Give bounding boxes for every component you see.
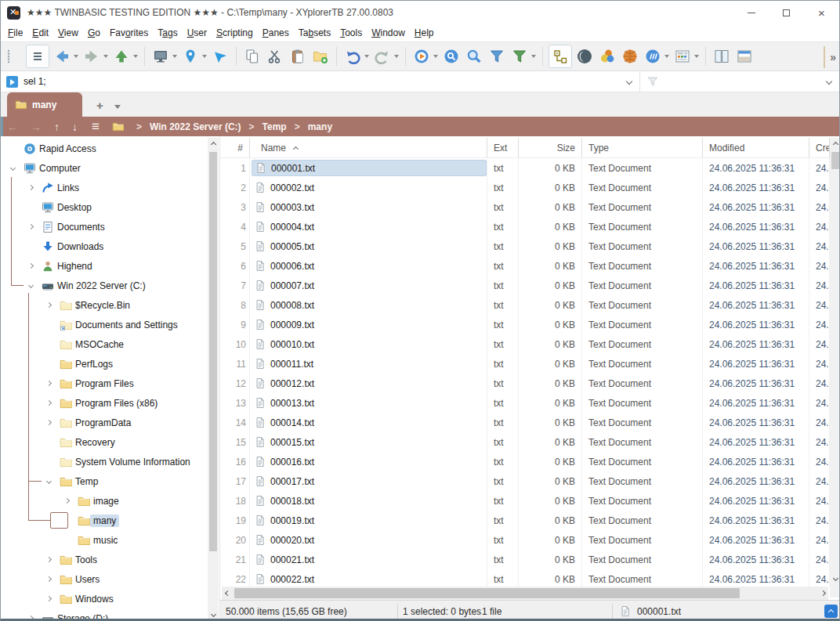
file-row-000010.txt[interactable]: 10000010.txttxt0 KBText Document24.06.20… (220, 334, 830, 354)
scroll-down-arrow[interactable] (208, 608, 219, 620)
tree-item-music[interactable]: music (1, 530, 208, 550)
file-row-000001.txt[interactable]: 1000001.txttxt0 KBText Document24.06.202… (220, 158, 830, 178)
script-input[interactable]: sel 1; (1, 71, 640, 92)
menu-panes[interactable]: Panes (259, 26, 293, 40)
menu-user[interactable]: User (183, 26, 211, 40)
column-header-size[interactable]: Size (519, 138, 582, 157)
script-dropdown-icon[interactable] (626, 78, 632, 85)
visual-filter-button[interactable] (509, 45, 537, 67)
file-row-000011.txt[interactable]: 11000011.txttxt0 KBText Document24.06.20… (220, 354, 830, 374)
expand-icon[interactable] (43, 300, 54, 311)
file-name[interactable]: 000009.txt (252, 316, 487, 333)
expand-icon[interactable] (61, 496, 72, 507)
tree-item-documents-and-settings[interactable]: Documents and Settings (1, 315, 208, 334)
file-row-000022.txt[interactable]: 22000022.txttxt0 KBText Document24.06.20… (220, 569, 830, 587)
undo-button[interactable] (342, 45, 370, 67)
tree-item-image[interactable]: image (1, 491, 208, 511)
filter-box[interactable] (640, 71, 839, 92)
folder-icon[interactable] (112, 121, 124, 132)
show-desktop-dropdown-icon[interactable] (172, 55, 177, 58)
tree-item-programdata[interactable]: ProgramData (1, 413, 208, 432)
crumb-back-button[interactable]: ← (1, 121, 24, 132)
crumb-down-button[interactable]: ↓ (66, 121, 84, 132)
menu-scripting[interactable]: Scripting (212, 26, 257, 40)
minimize-button[interactable] (733, 1, 769, 24)
tree-item-desktop[interactable]: Desktop (1, 197, 208, 217)
file-row-000019.txt[interactable]: 19000019.txttxt0 KBText Document24.06.20… (220, 511, 830, 530)
file-name[interactable]: 000003.txt (252, 199, 487, 215)
menu-tags[interactable]: Tags (154, 26, 181, 40)
file-row-000015.txt[interactable]: 15000015.txttxt0 KBText Document24.06.20… (220, 432, 830, 452)
file-name[interactable]: 000014.txt (252, 414, 487, 431)
file-row-000017.txt[interactable]: 17000017.txttxt0 KBText Document24.06.20… (220, 471, 830, 491)
vscroll-thumb[interactable] (831, 152, 839, 169)
find-files-button[interactable] (464, 45, 484, 67)
tree-item-storage-d-[interactable]: Storage (D:) (1, 608, 208, 621)
scroll-up-arrow[interactable] (208, 138, 219, 150)
forward-dropdown-icon[interactable] (103, 55, 108, 58)
file-list-hscrollbar[interactable] (222, 587, 828, 600)
file-name[interactable]: 000004.txt (252, 218, 487, 235)
file-row-000012.txt[interactable]: 12000012.txttxt0 KBText Document24.06.20… (220, 374, 830, 393)
tree-item-program-files-x86-[interactable]: Program Files (x86) (1, 393, 208, 413)
column-header-type[interactable]: Type (582, 138, 703, 157)
tree-item-perflogs[interactable]: PerfLogs (1, 354, 208, 374)
forward-button[interactable] (81, 45, 109, 67)
expand-icon[interactable] (43, 574, 54, 585)
column-header--[interactable]: # (220, 138, 250, 157)
file-name[interactable]: 000022.txt (252, 571, 487, 587)
run-play-icon[interactable] (6, 76, 18, 88)
tree-item-downloads[interactable]: Downloads (1, 236, 208, 256)
selected-file[interactable]: 000001.txt (252, 160, 487, 176)
expand-icon[interactable] (43, 378, 54, 389)
expand-icon[interactable] (25, 222, 36, 233)
file-name[interactable]: 000020.txt (252, 532, 487, 548)
tree-vscrollbar[interactable] (208, 138, 219, 620)
file-row-000021.txt[interactable]: 21000021.txttxt0 KBText Document24.06.20… (220, 550, 830, 569)
file-row-000009.txt[interactable]: 9000009.txttxt0 KBText Document24.06.202… (220, 315, 830, 334)
back-button[interactable] (52, 45, 79, 67)
file-name[interactable]: 000017.txt (252, 473, 487, 489)
file-name[interactable]: 000005.txt (252, 238, 487, 255)
preview-pane-button[interactable] (734, 45, 755, 67)
menu-tabsets[interactable]: Tabsets (295, 26, 335, 40)
crumb-menu-button[interactable]: ≡ (84, 119, 107, 135)
file-list-vscrollbar[interactable] (830, 138, 840, 584)
crumb-forward-button[interactable]: → (24, 121, 48, 132)
tag-badge-button[interactable] (643, 45, 670, 67)
file-row-000005.txt[interactable]: 5000005.txttxt0 KBText Document24.06.202… (220, 236, 830, 256)
collapse-icon[interactable] (25, 280, 36, 291)
cut-button[interactable] (265, 45, 285, 67)
maximize-button[interactable] (769, 1, 804, 24)
tag-badge-dropdown-icon[interactable] (664, 55, 669, 58)
file-row-000002.txt[interactable]: 2000002.txttxt0 KBText Document24.06.202… (220, 178, 830, 197)
tree-item-rapid-access[interactable]: Rapid Access (1, 139, 208, 158)
menu-view[interactable]: View (54, 26, 82, 40)
tab-list-dropdown-icon[interactable] (114, 105, 121, 109)
tree-item-users[interactable]: Users (1, 569, 208, 589)
crumb-segment-win-2022-server-c-[interactable]: Win 2022 Server (C:) (150, 121, 241, 132)
file-name[interactable]: 000019.txt (252, 512, 487, 529)
tree-item-windows[interactable]: Windows (1, 589, 208, 608)
redo-dropdown-icon[interactable] (394, 55, 399, 58)
file-name[interactable]: 000016.txt (252, 453, 487, 470)
file-row-000016.txt[interactable]: 16000016.txttxt0 KBText Document24.06.20… (220, 452, 830, 471)
up-button[interactable] (111, 45, 139, 67)
tree-item--recycle-bin[interactable]: $Recycle.Bin (1, 295, 208, 315)
expand-icon[interactable] (25, 613, 36, 621)
tree-item-documents[interactable]: Documents (1, 217, 208, 236)
menu-edit[interactable]: Edit (28, 26, 52, 40)
tree-item-msocache[interactable]: MSOCache (1, 334, 208, 354)
collapse-icon[interactable] (7, 163, 18, 174)
show-desktop-button[interactable] (150, 45, 178, 67)
close-button[interactable]: × (804, 1, 839, 24)
file-row-000007.txt[interactable]: 7000007.txttxt0 KBText Document24.06.202… (220, 276, 830, 295)
file-row-000006.txt[interactable]: 6000006.txttxt0 KBText Document24.06.202… (220, 256, 830, 276)
expand-icon[interactable] (25, 182, 36, 193)
goto-button[interactable] (210, 45, 230, 67)
tree-item-tools[interactable]: Tools (1, 550, 208, 569)
file-name[interactable]: 000002.txt (252, 179, 487, 196)
quick-search-button[interactable] (441, 45, 462, 67)
scroll-up-arrow[interactable] (830, 138, 840, 150)
file-row-000018.txt[interactable]: 18000018.txttxt0 KBText Document24.06.20… (220, 491, 830, 511)
